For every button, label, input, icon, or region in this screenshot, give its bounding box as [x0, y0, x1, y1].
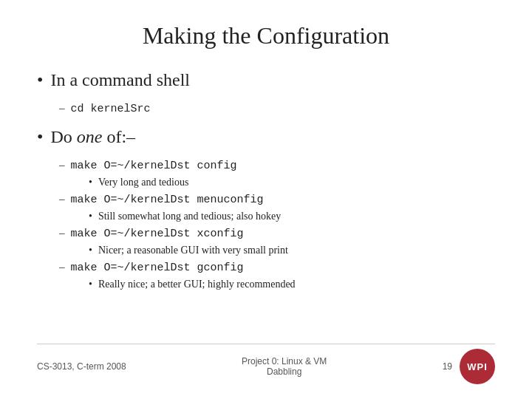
xconfig-command: make O=~/kernelDst xconfig: [71, 228, 244, 240]
bullet-dot-1: •: [37, 70, 43, 90]
sub-item-menuconfig: – make O=~/kernelDst menuconfig: [59, 193, 495, 206]
gconfig-desc: Really nice; a better GUI; highly recomm…: [98, 279, 296, 290]
dash-config: –: [59, 159, 65, 171]
section2-italic: one: [77, 127, 103, 146]
footer-center: Project 0: Linux & VM Dabbling: [242, 356, 327, 377]
sub-item-config: – make O=~/kernelDst config: [59, 159, 495, 172]
sub-item-xconfig: – make O=~/kernelDst xconfig: [59, 227, 495, 240]
menuconfig-desc: Still somewhat long and tedious; also ho…: [98, 211, 281, 222]
dash-gconfig: –: [59, 261, 65, 273]
sub-item-cd: – cd kernelSrc: [59, 102, 495, 115]
sub-bullet-gconfig: • Really nice; a better GUI; highly reco…: [89, 279, 495, 290]
sub-bullet-dot-xconfig: •: [89, 245, 92, 256]
section2-subs: – make O=~/kernelDst config • Very long …: [59, 159, 495, 290]
sub-bullet-dot-config: •: [89, 177, 92, 188]
footer-center-line2: Dabbling: [242, 366, 327, 377]
sub-bullet-config: • Very long and tedious: [89, 177, 495, 188]
sub-bullet-dot-menuconfig: •: [89, 211, 92, 222]
bullet-dot-2: •: [37, 127, 43, 147]
sub-bullet-xconfig: • Nicer; a reasonable GUI with very smal…: [89, 245, 495, 256]
slide-footer: CS-3013, C-term 2008 Project 0: Linux & …: [37, 344, 495, 384]
dash-xconfig: –: [59, 227, 65, 239]
section1-label: In a command shell: [50, 70, 190, 90]
wpi-logo-text: WPI: [467, 361, 488, 372]
sub-bullet-dot-gconfig: •: [89, 279, 92, 290]
footer-right: 19 WPI: [443, 349, 495, 384]
bullet-section2: • Do one of:–: [37, 127, 495, 147]
cd-command: cd kernelSrc: [71, 103, 151, 115]
dash-menuconfig: –: [59, 193, 65, 205]
section2-label: Do one of:–: [50, 127, 135, 147]
footer-center-line1: Project 0: Linux & VM: [242, 356, 327, 366]
config-desc: Very long and tedious: [98, 177, 188, 188]
gconfig-command: make O=~/kernelDst gconfig: [71, 262, 244, 274]
sub-item-gconfig: – make O=~/kernelDst gconfig: [59, 261, 495, 274]
footer-left: CS-3013, C-term 2008: [37, 361, 126, 372]
xconfig-desc: Nicer; a reasonable GUI with very small …: [98, 245, 288, 256]
config-command: make O=~/kernelDst config: [71, 160, 237, 172]
wpi-circle-icon: WPI: [460, 349, 495, 384]
wpi-logo: WPI: [460, 349, 495, 384]
slide-content: • In a command shell – cd kernelSrc • Do…: [37, 70, 495, 338]
sub-bullet-menuconfig: • Still somewhat long and tedious; also …: [89, 211, 495, 222]
menuconfig-command: make O=~/kernelDst menuconfig: [71, 194, 264, 206]
section1-subs: – cd kernelSrc: [59, 102, 495, 115]
footer-page-number: 19: [443, 361, 452, 372]
slide-title: Making the Configuration: [37, 22, 495, 50]
bullet-section1: • In a command shell: [37, 70, 495, 90]
slide: Making the Configuration • In a command …: [0, 0, 532, 399]
dash-cd: –: [59, 102, 65, 115]
